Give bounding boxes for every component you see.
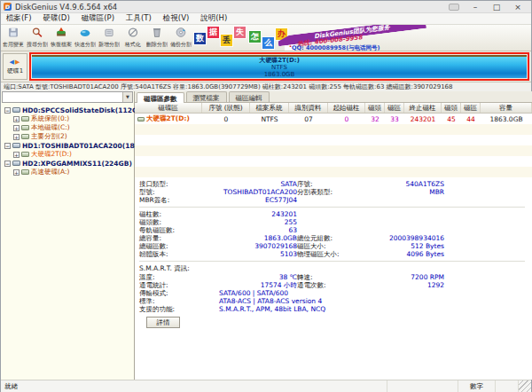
disk-info-line: 端口:SATA 型號:TOSHIBADT01ACA200 序號:540A1T6Z…	[1, 82, 531, 91]
title-bar: D DiskGenius V4.9.6.564 x64 – □ ×	[1, 1, 531, 13]
expand-icon[interactable]: +	[13, 134, 20, 140]
quick-partition-icon	[79, 27, 91, 40]
partition-icon	[21, 116, 29, 122]
menu-bar: 檔案(F) 硬碟(D) 磁碟區(P) 工具(T) 檢視(V) 說明(H)	[1, 13, 531, 25]
partition-selection-frame: 大硬碟2T(D:) NTFS 1863.0GB	[29, 52, 529, 81]
collapse-icon[interactable]: −	[4, 143, 11, 149]
divider	[139, 207, 525, 208]
tree-item-primary-partition[interactable]: + 主要分割(2)	[3, 132, 134, 141]
table-row[interactable]: 大硬碟2T(D:) 0 NTFS 07 0 32 33 243201 45 44…	[135, 114, 532, 124]
recover-files-button[interactable]: 恢復檔案	[49, 25, 73, 51]
status-cell	[496, 380, 519, 392]
expand-icon[interactable]: +	[13, 152, 20, 158]
expand-icon[interactable]: +	[13, 116, 20, 122]
disk-filter-combobox[interactable]: ▼	[2, 91, 133, 103]
menu-file[interactable]: 檔案(F)	[6, 13, 32, 24]
maximize-button[interactable]: □	[491, 3, 502, 12]
ad-tile: 失	[234, 27, 246, 38]
partition-table: 磁碟區 序號 (狀態) 檔案系統 識別資料 起始磁柱 磁頭 磁區 終止磁柱 磁頭…	[135, 103, 532, 177]
partition-icon	[21, 152, 29, 157]
tree-item-fast-disk-a[interactable]: + 高速硬碟(A:)	[3, 168, 134, 176]
new-partition-button[interactable]: 新增分割	[97, 25, 121, 51]
new-partition-icon	[103, 27, 115, 40]
tab-partition-parameters[interactable]: 磁碟區參數	[137, 92, 184, 103]
backup-partition-icon	[175, 27, 187, 40]
partition-icon	[21, 125, 29, 130]
format-icon	[127, 27, 139, 40]
next-disk-arrow-icon[interactable]: ▶	[15, 59, 20, 66]
menu-tools[interactable]: 工具(T)	[126, 13, 152, 24]
table-row-empty	[135, 145, 532, 156]
diskgenius-window: D DiskGenius V4.9.6.564 x64 – □ × 檔案(F) …	[0, 0, 532, 392]
tab-browse-files[interactable]: 瀏覽檔案	[186, 91, 227, 102]
collapse-icon[interactable]: −	[4, 161, 11, 167]
disk-nav-cell: ◀▶ 硬碟1	[3, 53, 27, 80]
tab-bar: 磁碟區參數 瀏覽檔案 磁區編輯	[135, 91, 532, 103]
menu-view[interactable]: 檢視(V)	[163, 13, 189, 24]
chevron-down-icon[interactable]: ▼	[122, 92, 132, 102]
smart-detail-button[interactable]: 詳情	[146, 317, 180, 328]
table-row-empty	[135, 167, 532, 177]
titlebar-tray-icon[interactable]	[449, 4, 459, 11]
partition-bar-size: 1863.0GB	[264, 71, 295, 78]
search-icon	[31, 27, 43, 40]
tree-item-hd2[interactable]: − HD2:XPGGAMMIXS11(224GB)	[3, 159, 134, 168]
partition-icon	[21, 134, 29, 139]
collapse-icon[interactable]: −	[4, 107, 11, 114]
menu-disk[interactable]: 硬碟(D)	[43, 13, 70, 24]
menu-partition[interactable]: 磁碟區(P)	[82, 13, 114, 24]
status-ready: 就緒	[1, 380, 387, 392]
expand-icon[interactable]: +	[13, 125, 20, 131]
format-button[interactable]: 格式化	[121, 25, 145, 51]
toolbar: 套用變更 搜尋分割 恢復檔案 快速分割 新增分割 格式化 刪除分割 備份分割	[1, 25, 531, 51]
tree-item-system-reserved[interactable]: + 系統保留(0:)	[3, 114, 134, 123]
disk-tree-panel: ▼ − HD0:SPCCSolidStateDisk(112GB) + 系統保留…	[1, 91, 135, 380]
smart-section-title: S.M.A.R.T. 資訊:	[139, 264, 532, 273]
close-button[interactable]: ×	[512, 3, 523, 12]
disk-icon	[12, 107, 20, 113]
ad-tile: 怎	[249, 31, 261, 43]
tab-sector-edit[interactable]: 磁區編輯	[229, 91, 270, 102]
ad-qq: QQ: 4000089958(与电话同号)	[292, 44, 380, 51]
partition-icon	[137, 117, 145, 122]
recover-files-icon	[55, 27, 67, 40]
tree-item-local-disk-c[interactable]: + 本地磁碟(C:)	[3, 123, 134, 132]
ad-tile: 丢	[221, 35, 232, 46]
app-icon: D	[4, 3, 12, 11]
disk-bar-row: ◀▶ 硬碟1 大硬碟2T(D:) NTFS 1863.0GB	[1, 51, 531, 82]
resize-grip[interactable]	[519, 380, 531, 392]
disk-icon	[12, 143, 20, 148]
delete-partition-button[interactable]: 刪除分割	[145, 25, 168, 51]
ad-banner[interactable]: 数 据 丢 失 怎 么 办 ! DiskGenius团队为您服务 热线: 400…	[192, 25, 457, 51]
ad-tile: 数	[194, 33, 206, 44]
partition-table-header: 磁碟區 序號 (狀態) 檔案系統 識別資料 起始磁柱 磁頭 磁區 終止磁柱 磁頭…	[135, 103, 532, 114]
table-row-empty	[135, 156, 532, 167]
table-row-empty	[135, 124, 532, 135]
menu-help[interactable]: 說明(H)	[200, 13, 227, 24]
disk-details: 接口類型:SATA序號:540A1T6ZS 型號:TOSHIBADT01ACA2…	[135, 177, 532, 328]
search-partition-button[interactable]: 搜尋分割	[25, 25, 49, 51]
quick-partition-button[interactable]: 快速分割	[73, 25, 97, 51]
tree-item-hd1[interactable]: − HD1:TOSHIBADT01ACA200(1863GB)	[3, 141, 134, 150]
partition-icon	[21, 169, 29, 175]
disk-tree: − HD0:SPCCSolidStateDisk(112GB) + 系統保留(0…	[1, 104, 134, 176]
disk-icon	[12, 161, 20, 166]
status-bar: 就緒 數字	[1, 380, 531, 392]
tree-item-hd0[interactable]: − HD0:SPCCSolidStateDisk(112GB)	[3, 106, 134, 114]
expand-icon[interactable]: +	[13, 169, 20, 176]
partition-bar-name: 大硬碟2T(D:)	[259, 57, 300, 64]
tree-item-big-disk-2t[interactable]: + 大硬碟2T(D:)	[3, 150, 134, 159]
minimize-button[interactable]: –	[470, 3, 481, 12]
ad-tile: 据	[207, 27, 219, 38]
backup-partition-button[interactable]: 備份分割	[168, 25, 192, 51]
detail-panel: 磁碟區參數 瀏覽檔案 磁區編輯 磁碟區 序號 (狀態) 檔案系統 識別資料 起始…	[135, 91, 532, 380]
window-title: DiskGenius V4.9.6.564 x64	[15, 3, 117, 12]
partition-bar-fs: NTFS	[271, 64, 287, 71]
delete-partition-icon	[151, 27, 163, 40]
status-numlock: 數字	[458, 380, 496, 392]
apply-changes-button[interactable]: 套用變更	[1, 25, 25, 51]
partition-bar[interactable]: 大硬碟2T(D:) NTFS 1863.0GB	[32, 55, 527, 78]
ad-tile: 么	[262, 37, 274, 49]
status-cell	[387, 380, 458, 392]
divider	[139, 261, 525, 262]
